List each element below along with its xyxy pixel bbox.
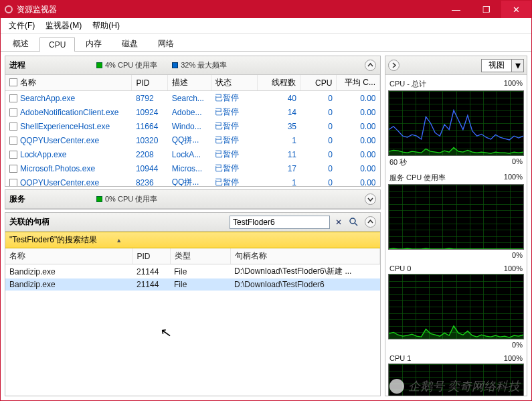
left-pane: 进程 4% CPU 使用率 32% 最大频率 名称 PID 描述 状态 线程数 [5, 56, 381, 396]
handles-header[interactable]: 关联的句柄 ✕ [5, 213, 380, 232]
graph-block: CPU 0100% 0% [388, 263, 524, 350]
svg-line-1 [355, 223, 357, 226]
row-checkbox[interactable] [9, 151, 17, 159]
green-square-icon [96, 62, 102, 68]
maximize-button[interactable]: ❐ [471, 1, 501, 18]
window-title: 资源监视器 [17, 4, 441, 15]
services-header[interactable]: 服务 0% CPU 使用率 [5, 190, 380, 209]
title-bar[interactable]: 资源监视器 — ❐ ✕ [1, 1, 531, 18]
handles-title: 关联的句柄 [9, 216, 50, 228]
view-label: 视图 [481, 59, 512, 72]
col-avg[interactable]: 平均 C... [337, 75, 380, 91]
cpu-usage-text: 4% CPU 使用率 [105, 60, 157, 70]
row-checkbox[interactable] [9, 179, 17, 187]
select-all-checkbox[interactable] [9, 78, 17, 86]
row-checkbox[interactable] [9, 123, 17, 131]
row-checkbox[interactable] [9, 137, 17, 145]
hcol-handle[interactable]: 句柄名称 [230, 248, 380, 264]
search-button[interactable] [347, 216, 359, 228]
graph-footer-left: 60 秒 [389, 157, 407, 167]
col-name[interactable]: 名称 [5, 75, 132, 91]
hcol-type[interactable]: 类型 [170, 248, 230, 264]
graph-max: 100% [504, 173, 523, 183]
table-row[interactable]: Microsoft.Photos.exe10944Micros...已暂停170… [5, 161, 380, 175]
collapse-handles-button[interactable] [365, 216, 376, 228]
right-pane: 视图 ▾ CPU - 总计100% 60 秒0% 服务 CPU 使用率100% … [385, 56, 527, 396]
chevron-down-icon[interactable]: ▾ [512, 59, 524, 72]
clear-search-button[interactable]: ✕ [333, 216, 345, 228]
graph-footer-right: 0% [512, 341, 523, 349]
handles-search-row: ✕ [230, 216, 362, 229]
hcol-pid[interactable]: PID [132, 248, 170, 264]
handles-search-input[interactable] [230, 216, 330, 229]
graph-footer-right: 0% [512, 251, 523, 259]
processes-header[interactable]: 进程 4% CPU 使用率 32% 最大频率 [5, 56, 380, 75]
svc-cpu-metric: 0% CPU 使用率 [96, 194, 157, 204]
table-row[interactable]: LockApp.exe2208LockA...已暂停1100.00 [5, 147, 380, 161]
row-checkbox[interactable] [9, 108, 17, 116]
menu-help[interactable]: 帮助(H) [87, 19, 125, 33]
table-row[interactable]: Bandizip.exe21144FileD:\Download\TestFlo… [5, 264, 380, 278]
tab-cpu[interactable]: CPU [39, 37, 75, 52]
table-row[interactable]: AdobeNotificationClient.exe10924Adobe...… [5, 105, 380, 119]
close-button[interactable]: ✕ [501, 1, 531, 18]
table-row[interactable]: QQPYUserCenter.exe10320QQ拼...已暂停100.00 [5, 133, 380, 147]
table-row[interactable]: SearchApp.exe8792Search...已暂停4000.00 [5, 91, 380, 106]
graph-block: CPU 1100% [388, 353, 524, 396]
graph-footer-right: 0% [512, 157, 523, 167]
graph-canvas [388, 274, 524, 339]
expand-services-button[interactable] [365, 193, 376, 205]
collapse-processes-button[interactable] [365, 60, 376, 71]
row-checkbox[interactable] [9, 165, 17, 173]
col-desc[interactable]: 描述 [168, 75, 211, 91]
tab-network[interactable]: 网络 [149, 35, 183, 52]
hcol-name[interactable]: 名称 [5, 248, 132, 264]
resource-monitor-window: 资源监视器 — ❐ ✕ 文件(F) 监视器(M) 帮助(H) 概述 CPU 内存… [0, 0, 532, 401]
tab-memory[interactable]: 内存 [76, 35, 111, 52]
graph-canvas [388, 364, 524, 396]
table-row[interactable]: QQPYUserCenter.exe8236QQ拼...已暂停100.00 [5, 175, 380, 186]
processes-panel: 进程 4% CPU 使用率 32% 最大频率 名称 PID 描述 状态 线程数 [5, 56, 381, 187]
menu-file[interactable]: 文件(F) [3, 19, 40, 33]
table-row[interactable]: Bandizip.exe21144FileD:\Download\TestFlo… [5, 278, 380, 291]
col-state[interactable]: 状态 [211, 75, 257, 91]
tab-disk[interactable]: 磁盘 [112, 35, 147, 52]
handles-results-banner: "TestFloder6"的搜索结果 ▲ [5, 232, 380, 248]
graph-max: 100% [504, 79, 523, 89]
menu-bar: 文件(F) 监视器(M) 帮助(H) [1, 18, 531, 34]
processes-table: 名称 PID 描述 状态 线程数 CPU 平均 C... SearchApp.e… [5, 75, 380, 186]
sort-indicator-icon: ▲ [116, 237, 122, 244]
col-cpu[interactable]: CPU [300, 75, 337, 91]
graph-block: 服务 CPU 使用率100% 0% [388, 171, 524, 260]
handles-table-body[interactable]: Bandizip.exe21144FileD:\Download\TestFlo… [5, 264, 380, 343]
results-label: "TestFloder6"的搜索结果 [9, 234, 97, 246]
collapse-right-button[interactable] [388, 60, 400, 71]
handles-panel: 关联的句柄 ✕ "TestFloder6"的搜索结果 ▲ 名称 [5, 212, 381, 396]
col-pid[interactable]: PID [132, 75, 168, 91]
graph-max: 100% [504, 264, 523, 272]
right-pane-header: 视图 ▾ [385, 56, 527, 75]
table-row[interactable]: ShellExperienceHost.exe11664Windo...已暂停3… [5, 119, 380, 133]
app-icon [5, 5, 13, 13]
graph-title: CPU - 总计 [389, 79, 426, 89]
graph-block: CPU - 总计100% 60 秒0% [388, 78, 524, 169]
graph-title: CPU 1 [389, 354, 411, 362]
view-dropdown[interactable]: 视图 ▾ [481, 59, 524, 72]
processes-table-body[interactable]: 名称 PID 描述 状态 线程数 CPU 平均 C... SearchApp.e… [5, 75, 380, 186]
graph-title: CPU 0 [389, 264, 411, 272]
tab-overview[interactable]: 概述 [3, 35, 38, 52]
minimize-button[interactable]: — [441, 1, 471, 18]
col-threads[interactable]: 线程数 [257, 75, 300, 91]
graph-title: 服务 CPU 使用率 [389, 173, 446, 183]
max-freq-metric: 32% 最大频率 [172, 60, 227, 70]
green-square-icon [96, 196, 102, 202]
menu-monitor[interactable]: 监视器(M) [40, 19, 87, 33]
row-checkbox[interactable] [9, 94, 17, 102]
graph-canvas [388, 90, 524, 156]
services-title: 服务 [9, 193, 96, 205]
processes-title: 进程 [9, 60, 96, 71]
graph-canvas [388, 184, 524, 250]
graphs-container[interactable]: CPU - 总计100% 60 秒0% 服务 CPU 使用率100% 0% CP… [385, 75, 527, 396]
handles-table: 名称 PID 类型 句柄名称 [5, 248, 380, 264]
services-panel: 服务 0% CPU 使用率 [5, 189, 381, 210]
